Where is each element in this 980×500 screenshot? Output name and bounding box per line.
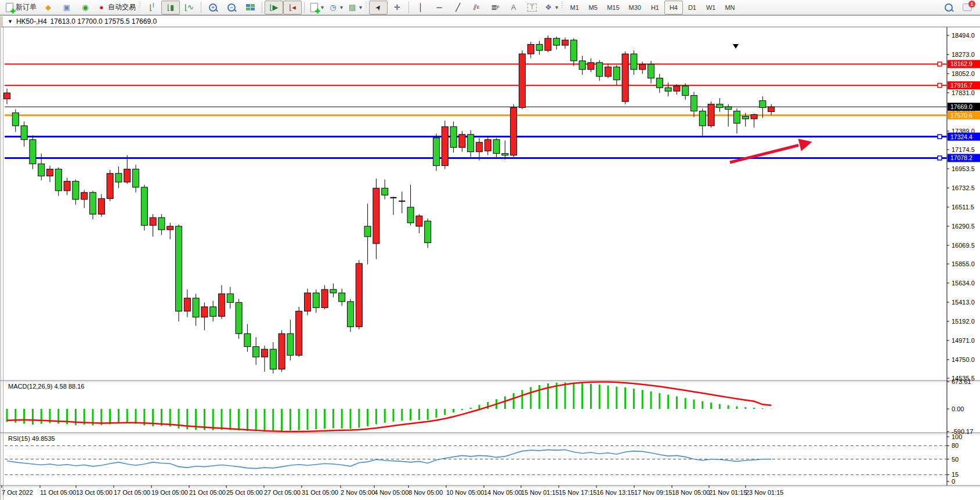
signal-icon: ◉	[81, 3, 90, 12]
candlestick-chart-button[interactable]: ⌊▮	[161, 1, 180, 15]
candles-layer	[4, 35, 775, 374]
dropdown-caret: ▾	[340, 4, 343, 10]
rsi-tick: 0	[952, 478, 955, 485]
price-tick: 16953.5	[952, 165, 975, 172]
scroll-marker-icon	[733, 44, 739, 49]
arrows-icon: ❖	[544, 3, 553, 12]
notifications-button[interactable]: 1	[958, 1, 977, 15]
time-label: 16 Nov 13:15	[596, 489, 634, 496]
toolbar-grip	[139, 2, 141, 13]
trend-arrow[interactable]	[730, 139, 812, 162]
time-label: 31 Oct 05:00	[302, 489, 338, 496]
time-label: 8 Nov 05:00	[408, 489, 443, 496]
time-label: 19 Oct 05:00	[151, 489, 188, 496]
price-tick: 18052.0	[952, 70, 975, 77]
macd-label: MACD(12,26,9) 4.58 88.16	[8, 383, 84, 390]
line-chart-button[interactable]: ⌊∿	[180, 1, 198, 15]
timeframe-button-m1[interactable]: M1	[565, 1, 584, 15]
vertical-line-button[interactable]: │	[411, 1, 430, 15]
price-tag: 18162.9	[950, 60, 972, 67]
tile-windows-icon	[245, 3, 255, 12]
toolbar-grip	[365, 2, 367, 13]
chart-symbol-period: HK50-,H4	[16, 17, 47, 26]
crosshair-button[interactable]: ✛	[388, 1, 406, 15]
fibonacci-button[interactable]: ≣F	[486, 1, 504, 15]
templates-button[interactable]: ▤ ▾	[345, 1, 364, 15]
trendline-icon: ╱	[453, 3, 462, 12]
macd-tick: 0.00	[952, 405, 964, 412]
time-label: 2 Nov 05:00	[341, 489, 375, 496]
text-button[interactable]: A	[504, 1, 523, 15]
time-label: 11 Oct 05:00	[40, 489, 76, 496]
text-label-button[interactable]: T	[523, 1, 541, 15]
macd-pane: MACD(12,26,9) 4.58 88.16673.610.00-590.1…	[7, 378, 973, 435]
horizontal-line-button[interactable]: ─	[430, 1, 449, 15]
time-label: 15 Nov 17:15	[559, 489, 596, 496]
auto-scroll-button[interactable]: ⌊▶	[265, 1, 283, 15]
label-icon: T	[527, 3, 537, 12]
price-tag: 17324.4	[950, 133, 972, 140]
chart-ohlc-values: 17613.0 17700.0 17575.5 17669.0	[50, 17, 157, 26]
time-label: 10 Nov 05:00	[446, 489, 484, 496]
timeframe-button-m5[interactable]: M5	[584, 1, 602, 15]
timeframe-label: H1	[649, 4, 661, 11]
timeframe-button-m15[interactable]: M15	[602, 1, 624, 15]
line-chart-icon: ⌊∿	[185, 3, 194, 12]
channel-button[interactable]: ⫽E	[467, 1, 486, 15]
cursor-button[interactable]: ➤	[369, 1, 388, 15]
macd-tick: 673.61	[952, 378, 971, 385]
fibonacci-icon: ≣F	[490, 3, 500, 12]
timeframe-button-h4[interactable]: H4	[664, 1, 683, 15]
new-window-button[interactable]: ▣	[57, 1, 76, 15]
dropdown-caret: ▾	[555, 4, 558, 10]
time-label: 21 Nov 01:15	[709, 489, 747, 496]
toolbar-separator	[201, 2, 201, 13]
time-label: 23 Nov 01:15	[746, 489, 783, 496]
time-label: 15 Nov 01:15	[521, 489, 559, 496]
auto-trading-button[interactable]: ● 自动交易	[95, 1, 138, 15]
price-tick: 16290.5	[952, 223, 975, 230]
indicators-button[interactable]: ✚ ▾	[307, 1, 326, 15]
price-tick: 15192.0	[952, 318, 975, 325]
price-tick: 15413.0	[952, 299, 975, 306]
bar-chart-icon: ⌊╵	[147, 3, 157, 12]
toolbar-grip	[561, 2, 563, 13]
axes	[0, 27, 980, 487]
chart-plot[interactable]: 18494.018273.018052.017831.017610.017389…	[0, 27, 980, 500]
timeframe-label: M5	[586, 4, 599, 11]
timeframe-label: M30	[627, 4, 643, 11]
toolbar-separator	[262, 2, 262, 13]
chart-shift-button[interactable]: ⌊◂	[283, 1, 302, 15]
search-button[interactable]	[939, 1, 958, 15]
macd-signal-line	[7, 382, 771, 432]
zoom-out-icon: −	[227, 3, 236, 12]
tile-windows-button[interactable]	[241, 1, 259, 15]
trendline-button[interactable]: ╱	[449, 1, 467, 15]
price-tick: 16511.5	[952, 204, 974, 211]
timeframe-button-d1[interactable]: D1	[683, 1, 701, 15]
period-icon: ◷	[328, 3, 338, 12]
chart-dropdown-icon[interactable]: ▼	[8, 19, 13, 24]
price-tick: 16069.5	[952, 242, 975, 249]
new-order-icon: ✚	[5, 3, 14, 12]
window-border	[0, 27, 3, 500]
price-tag: 17916.7	[950, 82, 972, 89]
timeframe-button-mn[interactable]: MN	[720, 1, 739, 15]
price-tick: 15634.0	[952, 280, 975, 287]
timeframe-button-w1[interactable]: W1	[701, 1, 721, 15]
time-label: 21 Oct 05:00	[189, 489, 226, 496]
dropdown-caret: ▾	[321, 4, 324, 10]
arrows-button[interactable]: ❖ ▾	[541, 1, 560, 15]
signals-button[interactable]: ◉	[76, 1, 95, 15]
zoom-in-button[interactable]: +	[204, 1, 222, 15]
bar-chart-button[interactable]: ⌊╵	[143, 1, 161, 15]
vline-icon: │	[416, 3, 425, 12]
timeframe-button-h1[interactable]: H1	[646, 1, 664, 15]
timeframe-label: MN	[722, 4, 737, 11]
periods-button[interactable]: ◷ ▾	[326, 1, 345, 15]
market-depth-button[interactable]: ◆	[39, 1, 57, 15]
time-label: 27 Oct 05:00	[264, 489, 301, 496]
new-order-button[interactable]: ✚ 新订单	[2, 1, 39, 15]
timeframe-button-m30[interactable]: M30	[624, 1, 646, 15]
zoom-out-button[interactable]: −	[222, 1, 241, 15]
